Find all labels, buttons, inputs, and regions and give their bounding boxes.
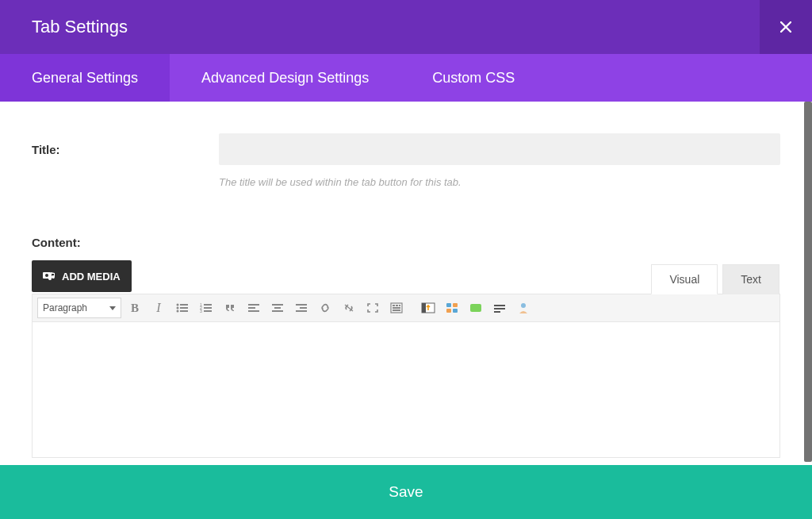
align-center-icon (271, 302, 284, 313)
shortcode-button-4[interactable] (513, 298, 534, 318)
svg-point-4 (177, 307, 179, 309)
tab-general-settings[interactable]: General Settings (0, 54, 170, 102)
svg-rect-24 (393, 305, 395, 306)
modal-title: Tab Settings (32, 17, 128, 37)
bullet-list-button[interactable] (172, 298, 193, 318)
tab-advanced-design-settings[interactable]: Advanced Design Settings (170, 54, 400, 102)
align-right-button[interactable] (291, 298, 312, 318)
fullscreen-button[interactable] (362, 298, 383, 318)
content-pane: Title: The title will be used within the… (0, 102, 812, 465)
svg-rect-15 (248, 307, 255, 309)
column-arrow-icon (421, 302, 435, 314)
shortcode-button-1[interactable] (442, 298, 462, 318)
content-section: Content: ADD MEDIA Visual Text Paragraph (32, 236, 780, 458)
svg-rect-27 (393, 307, 400, 309)
editor-tab-text[interactable]: Text (722, 264, 779, 294)
svg-rect-21 (300, 307, 307, 309)
svg-rect-22 (296, 310, 307, 312)
chevron-down-icon (109, 306, 116, 310)
title-label: Title: (32, 133, 219, 156)
person-icon (517, 302, 530, 314)
camera-music-icon (43, 271, 56, 282)
insert-link-button[interactable] (315, 298, 335, 318)
editor-toolbar: Paragraph B I 123 (33, 294, 779, 322)
content-label: Content: (32, 236, 780, 249)
close-button[interactable] (760, 0, 812, 54)
svg-rect-19 (272, 310, 283, 312)
svg-rect-38 (494, 311, 500, 313)
svg-rect-32 (453, 303, 458, 307)
editor-mode-tabs: Visual Text (646, 264, 779, 294)
add-media-label: ADD MEDIA (62, 271, 121, 283)
green-block-icon (469, 302, 482, 313)
svg-rect-20 (296, 304, 307, 306)
svg-rect-36 (494, 305, 505, 306)
svg-rect-7 (180, 310, 188, 312)
svg-point-2 (177, 304, 179, 306)
svg-rect-13 (204, 310, 212, 312)
svg-rect-14 (248, 304, 259, 306)
svg-point-1 (45, 274, 48, 277)
shortcode-button-2[interactable] (465, 298, 486, 318)
scrollbar-thumb[interactable] (804, 102, 812, 462)
svg-rect-37 (494, 308, 505, 309)
svg-rect-30 (422, 303, 426, 313)
grid-blue-icon (446, 302, 458, 313)
link-icon (319, 302, 331, 313)
toolbar-toggle-button[interactable] (386, 298, 407, 318)
save-label: Save (389, 483, 423, 501)
format-select-value: Paragraph (43, 302, 87, 313)
tab-nav: General Settings Advanced Design Setting… (0, 54, 812, 102)
svg-rect-31 (446, 303, 451, 307)
svg-rect-17 (272, 304, 283, 306)
quote-icon (224, 302, 236, 313)
svg-rect-28 (393, 309, 400, 311)
field-title-row: Title: (32, 133, 780, 165)
bold-button[interactable]: B (124, 298, 145, 318)
svg-rect-35 (470, 304, 481, 312)
blockquote-button[interactable] (220, 298, 240, 318)
editor: Visual Text Paragraph B I 123 (32, 294, 780, 458)
svg-rect-26 (399, 305, 400, 306)
modal-header: Tab Settings (0, 0, 812, 54)
align-center-button[interactable] (267, 298, 288, 318)
numbered-list-button[interactable]: 123 (196, 298, 216, 318)
svg-rect-5 (180, 307, 188, 309)
title-help-text: The title will be used within the tab bu… (219, 176, 780, 188)
bullet-list-icon (176, 302, 189, 313)
numbered-list-icon: 123 (200, 302, 213, 313)
editor-tab-visual[interactable]: Visual (651, 264, 718, 294)
italic-button[interactable]: I (148, 298, 169, 318)
editor-content-area[interactable] (33, 322, 779, 457)
save-button[interactable]: Save (0, 465, 812, 519)
unlink-icon (343, 302, 355, 313)
title-input[interactable] (219, 133, 780, 165)
close-icon (780, 21, 791, 33)
shortcode-button-3[interactable] (489, 298, 510, 318)
svg-rect-9 (204, 304, 212, 306)
format-select[interactable]: Paragraph (37, 298, 121, 318)
remove-link-button[interactable] (339, 298, 359, 318)
svg-text:3: 3 (200, 309, 202, 313)
fullscreen-icon (366, 302, 379, 313)
svg-rect-33 (446, 309, 451, 313)
svg-rect-11 (204, 307, 212, 309)
add-media-button[interactable]: ADD MEDIA (32, 260, 132, 292)
svg-rect-16 (248, 310, 259, 312)
svg-rect-18 (274, 307, 281, 309)
lines-icon (493, 302, 506, 313)
svg-rect-25 (396, 305, 398, 306)
align-right-icon (295, 302, 308, 313)
svg-point-39 (521, 303, 526, 308)
svg-rect-3 (180, 304, 188, 306)
svg-point-6 (177, 310, 179, 313)
kitchen-sink-icon (390, 302, 403, 313)
tab-custom-css[interactable]: Custom CSS (400, 54, 546, 102)
svg-rect-34 (453, 309, 458, 313)
insert-column-button[interactable] (418, 298, 439, 318)
align-left-button[interactable] (243, 298, 264, 318)
align-left-icon (247, 302, 260, 313)
